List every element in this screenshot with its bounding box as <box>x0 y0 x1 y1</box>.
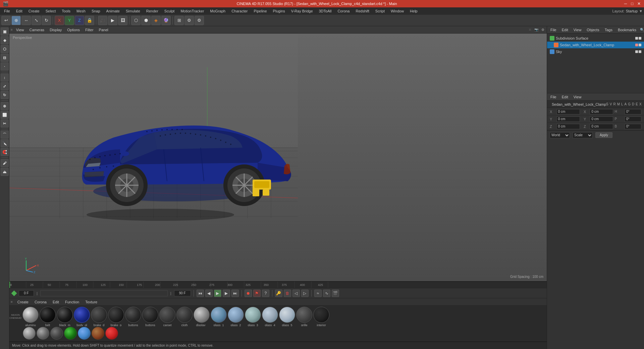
menu-corona[interactable]: Corona <box>335 8 352 14</box>
mat-brake-p[interactable]: brake_p <box>108 307 124 327</box>
menu-character[interactable]: Character <box>229 8 250 14</box>
timeline[interactable]: 0 25 50 75 100 125 150 175 200 225 250 2… <box>9 281 547 288</box>
polygon-tool-button[interactable]: ⬡ <box>1 45 9 53</box>
current-frame-input[interactable]: 0 F <box>19 290 34 296</box>
mat-glass-1[interactable]: glass_1 <box>211 307 227 327</box>
mat-row2-5[interactable] <box>78 327 91 340</box>
render-view-button[interactable]: ▶ <box>108 16 117 25</box>
point-tool-button[interactable]: · <box>1 62 9 70</box>
menu-script[interactable]: Script <box>373 8 387 14</box>
z-axis-button[interactable]: Z <box>75 16 84 25</box>
minimize-button[interactable]: ─ <box>623 1 628 6</box>
object-mode-button[interactable]: ⬡ <box>131 16 141 25</box>
vp-display-menu[interactable]: Display <box>48 28 64 32</box>
next-frame-button[interactable]: ▶ <box>223 290 230 297</box>
mat-row2-3[interactable] <box>50 327 63 340</box>
attr-x-scale-input[interactable] <box>590 109 613 114</box>
obj-edit-menu[interactable]: Edit <box>560 28 570 32</box>
x-axis-button[interactable]: X <box>55 16 64 25</box>
menu-window[interactable]: Window <box>388 8 407 14</box>
knife-tool-button[interactable]: 🔪 <box>1 139 9 147</box>
live-select-tool-button[interactable]: ⊕ <box>1 102 9 110</box>
vp-view-menu[interactable]: View <box>14 28 26 32</box>
rotate-tool-button[interactable]: ↻ <box>1 91 9 99</box>
vp-filter-menu[interactable]: Filter <box>83 28 95 32</box>
vp-icon-dots[interactable]: ⁙ <box>527 27 533 33</box>
y-axis-button[interactable]: Y <box>65 16 74 25</box>
obj-item-sky[interactable]: Sky <box>547 48 644 55</box>
render-picture-viewer-button[interactable]: 🖼 <box>118 16 127 25</box>
mat-texture-menu[interactable]: Texture <box>83 300 100 304</box>
mat-cloth[interactable]: cloth <box>176 307 193 327</box>
timeline-anim-button[interactable]: ≈ <box>314 290 322 297</box>
mat-row2-4[interactable] <box>64 327 77 340</box>
vp-options-menu[interactable]: Options <box>65 28 82 32</box>
mat-row2-7[interactable] <box>105 327 118 340</box>
rectangle-select-tool-button[interactable]: ⬜ <box>1 111 9 119</box>
move-tool-button[interactable]: ↕ <box>1 73 9 82</box>
menu-animate[interactable]: Animate <box>104 8 122 14</box>
play-button[interactable]: ▶ <box>214 290 221 297</box>
mat-row2-2[interactable] <box>37 327 49 340</box>
mat-function-menu[interactable]: Function <box>62 300 82 304</box>
rotate-button[interactable]: ↻ <box>42 16 51 25</box>
attr-file-menu[interactable]: File <box>548 95 558 99</box>
mat-edit-menu[interactable]: Edit <box>50 300 62 304</box>
menu-create[interactable]: Create <box>26 8 42 14</box>
obj-objects-menu[interactable]: Objects <box>585 28 601 32</box>
material-manager-button[interactable]: 🔮 <box>161 16 171 25</box>
render-region-button[interactable]: 🎥 <box>98 16 107 25</box>
attr-p-rot-input[interactable] <box>625 116 641 122</box>
viewport[interactable]: Perspective Grid Spacing : 100 cm X Y Z <box>9 34 547 281</box>
mat-carpet[interactable]: carpet <box>159 307 175 327</box>
mat-buttons-2[interactable]: buttons <box>142 307 158 327</box>
menu-mograph[interactable]: MoGraph <box>207 8 228 14</box>
record-button[interactable]: ⏺ <box>245 290 252 297</box>
vp-icon-camera[interactable]: 📷 <box>534 27 539 33</box>
motion-path-button[interactable]: ? <box>262 290 269 297</box>
mat-black-m[interactable]: black_m <box>57 307 73 327</box>
terrain-tool-button[interactable]: ⛰ <box>1 168 9 176</box>
mat-grille[interactable]: grille <box>296 307 312 327</box>
vp-menu-toggle[interactable]: ≡ <box>11 28 13 32</box>
model-tool-button[interactable]: ▣ <box>1 28 9 36</box>
magnet-tool-button[interactable]: 🧲 <box>1 148 9 156</box>
menu-help[interactable]: Help <box>407 8 420 14</box>
add-keyframe-button[interactable]: 🔑 <box>275 290 282 297</box>
mat-corona-menu[interactable]: Corona <box>32 300 49 304</box>
move-button[interactable]: ↔ <box>21 16 31 25</box>
timeline-f-curve-button[interactable]: ∿ <box>323 290 330 297</box>
mat-glass-3[interactable]: glass_3 <box>245 307 261 327</box>
go-end-button[interactable]: ⏭ <box>231 290 239 297</box>
frame-scrubber-input[interactable] <box>40 290 168 296</box>
menu-file[interactable]: File <box>1 8 13 14</box>
mat-display[interactable]: display_ <box>194 307 210 327</box>
obj-item-sedan[interactable]: Sedan_with_Wheel_Lock_Clamp <box>547 42 644 48</box>
menu-edit[interactable]: Edit <box>13 8 25 14</box>
menu-motiontracker[interactable]: MotionTracker <box>178 8 207 14</box>
mat-brake-d[interactable]: brake_d <box>91 307 107 327</box>
vp-cameras-menu[interactable]: Cameras <box>28 28 47 32</box>
menu-pipeline[interactable]: Pipeline <box>251 8 269 14</box>
menu-snap[interactable]: Snap <box>89 8 103 14</box>
go-prev-keyframe-button[interactable]: ◁ <box>292 290 300 297</box>
mat-glass-4[interactable]: glass_4 <box>262 307 278 327</box>
delete-keyframe-button[interactable]: 🗑 <box>284 290 291 297</box>
menu-sculpt[interactable]: Sculpt <box>162 8 177 14</box>
paint-tool-button[interactable]: 🖌 <box>1 159 9 167</box>
obj-tags-menu[interactable]: Tags <box>603 28 614 32</box>
menu-vray[interactable]: V-Ray Bridge <box>288 8 316 14</box>
go-next-keyframe-button[interactable]: ▷ <box>301 290 309 297</box>
mat-toggle[interactable]: ≡ <box>11 300 13 304</box>
motion-clip-button[interactable]: 🎬 <box>332 290 339 297</box>
attr-z-pos-input[interactable] <box>556 124 580 129</box>
coord-system-select[interactable]: World Local Object <box>550 132 570 138</box>
obj-file-menu[interactable]: File <box>548 28 558 32</box>
attr-z-scale-input[interactable] <box>590 124 613 129</box>
go-start-button[interactable]: ⏮ <box>197 290 204 297</box>
prev-frame-button[interactable]: ◀ <box>205 290 213 297</box>
mat-glass-2[interactable]: glass_2 <box>228 307 244 327</box>
apply-button[interactable]: Apply <box>595 132 612 138</box>
mat-create-menu[interactable]: Create <box>15 300 31 304</box>
auto-key-button[interactable]: ⚑ <box>253 290 261 297</box>
